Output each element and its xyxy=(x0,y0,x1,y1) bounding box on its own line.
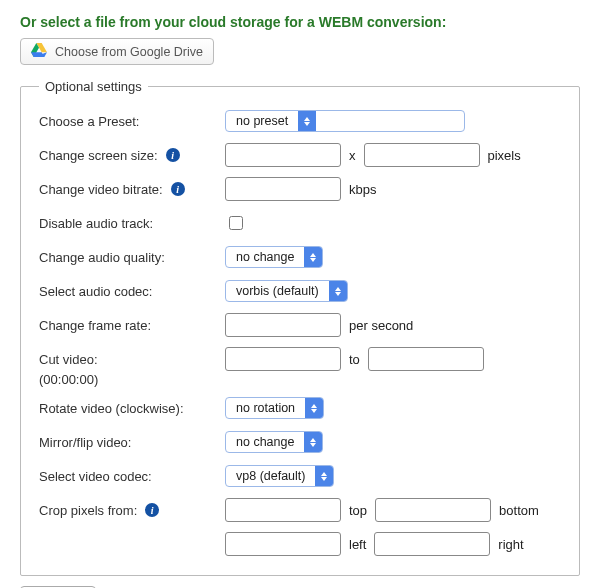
preset-label: Choose a Preset: xyxy=(39,114,139,129)
optional-settings-legend: Optional settings xyxy=(39,79,148,94)
video-bitrate-label: Change video bitrate: xyxy=(39,182,163,197)
select-arrows-icon xyxy=(305,398,323,418)
video-codec-value: vp8 (default) xyxy=(226,469,315,483)
audio-quality-label: Change audio quality: xyxy=(39,250,165,265)
select-arrows-icon xyxy=(304,247,322,267)
audio-codec-select[interactable]: vorbis (default) xyxy=(225,280,348,302)
crop-right-input[interactable] xyxy=(374,532,490,556)
preset-select[interactable]: no preset xyxy=(225,110,465,132)
google-drive-icon xyxy=(31,43,47,60)
disable-audio-label: Disable audio track: xyxy=(39,216,153,231)
svg-marker-3 xyxy=(31,52,44,57)
cut-video-to-input[interactable] xyxy=(368,347,484,371)
disable-audio-checkbox[interactable] xyxy=(229,216,243,230)
crop-top-input[interactable] xyxy=(225,498,341,522)
video-codec-label: Select video codec: xyxy=(39,469,152,484)
select-arrows-icon xyxy=(298,111,316,131)
choose-google-drive-button[interactable]: Choose from Google Drive xyxy=(20,38,214,65)
video-bitrate-input[interactable] xyxy=(225,177,341,201)
cut-to-label: to xyxy=(349,352,360,367)
screen-height-input[interactable] xyxy=(364,143,480,167)
crop-bottom-input[interactable] xyxy=(375,498,491,522)
select-arrows-icon xyxy=(315,466,333,486)
cut-video-format-hint: (00:00:00) xyxy=(39,372,561,387)
per-second-unit: per second xyxy=(349,318,413,333)
select-arrows-icon xyxy=(304,432,322,452)
dimension-x: x xyxy=(349,148,356,163)
cut-video-from-input[interactable] xyxy=(225,347,341,371)
audio-codec-label: Select audio codec: xyxy=(39,284,152,299)
audio-quality-select[interactable]: no change xyxy=(225,246,323,268)
frame-rate-label: Change frame rate: xyxy=(39,318,151,333)
audio-codec-value: vorbis (default) xyxy=(226,284,329,298)
crop-label: Crop pixels from: xyxy=(39,503,137,518)
preset-select-value: no preset xyxy=(226,114,298,128)
cut-video-label: Cut video: xyxy=(39,352,98,367)
select-arrows-icon xyxy=(329,281,347,301)
screen-width-input[interactable] xyxy=(225,143,341,167)
rotate-select[interactable]: no rotation xyxy=(225,397,324,419)
pixels-unit: pixels xyxy=(488,148,521,163)
crop-left-unit: left xyxy=(349,537,366,552)
frame-rate-input[interactable] xyxy=(225,313,341,337)
crop-left-input[interactable] xyxy=(225,532,341,556)
info-icon[interactable]: i xyxy=(145,503,159,517)
info-icon[interactable]: i xyxy=(171,182,185,196)
crop-right-unit: right xyxy=(498,537,523,552)
mirror-value: no change xyxy=(226,435,304,449)
screen-size-label: Change screen size: xyxy=(39,148,158,163)
optional-settings-fieldset: Optional settings Choose a Preset: no pr… xyxy=(20,79,580,576)
choose-google-drive-label: Choose from Google Drive xyxy=(55,45,203,59)
rotate-value: no rotation xyxy=(226,401,305,415)
mirror-select[interactable]: no change xyxy=(225,431,323,453)
cloud-storage-heading: Or select a file from your cloud storage… xyxy=(20,14,580,30)
info-icon[interactable]: i xyxy=(166,148,180,162)
crop-bottom-unit: bottom xyxy=(499,503,539,518)
rotate-label: Rotate video (clockwise): xyxy=(39,401,184,416)
mirror-label: Mirror/flip video: xyxy=(39,435,131,450)
audio-quality-value: no change xyxy=(226,250,304,264)
crop-top-unit: top xyxy=(349,503,367,518)
video-codec-select[interactable]: vp8 (default) xyxy=(225,465,334,487)
kbps-unit: kbps xyxy=(349,182,376,197)
